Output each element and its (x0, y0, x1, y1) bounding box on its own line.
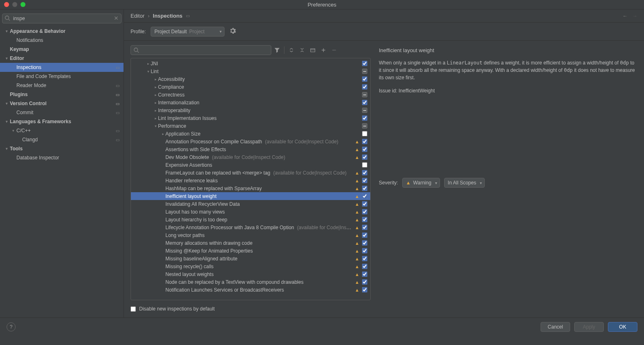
preferences-search[interactable] (2, 14, 121, 23)
sidebar-item[interactable]: Plugins▭ (0, 90, 124, 99)
inspection-row[interactable]: Inefficient layout weight▲ (131, 192, 370, 200)
inspection-checkbox[interactable] (362, 217, 367, 222)
inspection-row[interactable]: Nested layout weights▲ (131, 270, 370, 278)
inspection-checkbox[interactable] (362, 131, 367, 136)
cancel-button[interactable]: Cancel (541, 322, 570, 332)
help-button[interactable]: ? (7, 322, 16, 331)
inspection-row[interactable]: Notification Launches Services or Broadc… (131, 286, 370, 294)
inspection-row[interactable]: Dev Mode Obsolete (available for Code|In… (131, 153, 370, 161)
inspection-checkbox[interactable] (362, 248, 367, 253)
inspection-checkbox[interactable] (362, 61, 367, 66)
sidebar-item[interactable]: Reader Mode▭ (0, 81, 124, 90)
inspection-checkbox[interactable] (362, 271, 367, 277)
sidebar-item[interactable]: ▾Editor (0, 54, 124, 63)
inspection-checkbox[interactable] (362, 201, 367, 207)
inspection-row[interactable]: Layout has too many views▲ (131, 208, 370, 216)
inspection-row[interactable]: ▸Compliance (131, 83, 370, 91)
inspection-checkbox[interactable] (362, 287, 367, 292)
inspection-checkbox[interactable] (362, 209, 367, 214)
collapse-all-icon[interactable] (297, 45, 307, 55)
inspection-row[interactable]: Missing recycle() calls▲ (131, 262, 370, 270)
inspection-checkbox[interactable] (362, 186, 367, 191)
inspection-search[interactable] (131, 45, 271, 55)
inspection-row[interactable]: ▸JNI (131, 60, 370, 67)
sidebar-item[interactable]: ▾Appearance & Behavior (0, 27, 124, 36)
inspection-checkbox[interactable] (362, 240, 367, 246)
inspection-row[interactable]: Expensive Assertions (131, 161, 370, 169)
inspection-checkbox[interactable] (362, 225, 367, 230)
sidebar-item[interactable]: Keymap (0, 45, 124, 54)
inspection-row[interactable]: Handler reference leaks▲ (131, 177, 370, 184)
inspection-row[interactable]: HashMap can be replaced with SparseArray… (131, 184, 370, 192)
inspection-row[interactable]: Missing @Keep for Animated Properties▲ (131, 247, 370, 255)
gear-icon[interactable] (229, 28, 236, 35)
sidebar-item[interactable]: ▾Languages & Frameworks (0, 117, 124, 126)
preferences-tree[interactable]: ▾Appearance & BehaviorNotificationsKeyma… (0, 23, 124, 317)
maximize-window-button[interactable] (21, 2, 25, 7)
sidebar-item[interactable]: File and Code Templates (0, 72, 124, 81)
inspection-search-input[interactable] (131, 46, 271, 55)
sidebar-item[interactable]: ▾Tools (0, 144, 124, 153)
inspection-checkbox[interactable] (362, 108, 367, 113)
inspection-checkbox[interactable] (362, 154, 367, 160)
inspection-row[interactable]: Assertions with Side Effects▲ (131, 145, 370, 153)
inspection-row[interactable]: Memory allocations within drawing code▲ (131, 239, 370, 247)
inspection-checkbox[interactable] (362, 178, 367, 183)
inspection-row[interactable]: Invalidating All RecyclerView Data▲ (131, 200, 370, 208)
breadcrumb-parent[interactable]: Editor (131, 13, 144, 19)
filter-icon[interactable] (272, 45, 282, 55)
remove-icon[interactable] (329, 45, 339, 55)
inspection-row[interactable]: ▸Correctness (131, 91, 370, 99)
inspection-row[interactable]: Lifecycle Annotation Processor with Java… (131, 223, 370, 231)
inspection-row[interactable]: ▸Accessibility (131, 75, 370, 83)
inspection-checkbox[interactable] (362, 92, 367, 97)
ok-button[interactable]: OK (608, 322, 637, 332)
sidebar-item[interactable]: Inspections▭ (0, 63, 124, 72)
inspection-row[interactable]: FrameLayout can be replaced with <merge>… (131, 169, 370, 177)
severity-select[interactable]: ▲ Warning (402, 178, 440, 188)
inspection-checkbox[interactable] (362, 76, 367, 82)
inspection-row[interactable]: ▸Interoperability (131, 106, 370, 114)
profile-select[interactable]: Project Default Project (151, 27, 225, 37)
inspection-row[interactable]: ▸Internationalization (131, 99, 370, 106)
inspection-checkbox[interactable] (362, 232, 367, 238)
reset-icon[interactable] (308, 45, 318, 55)
inspection-checkbox[interactable] (362, 69, 367, 74)
inspection-row[interactable]: ▸Lint Implementation Issues (131, 114, 370, 122)
inspection-checkbox[interactable] (362, 123, 367, 129)
close-window-button[interactable] (4, 2, 9, 7)
inspection-checkbox[interactable] (362, 115, 367, 121)
inspection-checkbox[interactable] (362, 256, 367, 261)
inspection-row[interactable]: Long vector paths▲ (131, 231, 370, 239)
add-icon[interactable] (319, 45, 328, 55)
sidebar-item[interactable]: Clangd▭ (0, 135, 124, 144)
inspection-checkbox[interactable] (362, 170, 367, 175)
inspection-checkbox[interactable] (362, 100, 367, 105)
inspection-row[interactable]: ▾Performance (131, 122, 370, 130)
inspection-checkbox[interactable] (362, 193, 367, 199)
disable-new-inspections-checkbox[interactable] (131, 306, 136, 312)
clear-search-icon[interactable] (113, 15, 119, 22)
inspection-row[interactable]: Annotation Processor on Compile Classpat… (131, 138, 370, 145)
apply-button[interactable]: Apply (574, 322, 604, 332)
scope-select[interactable]: In All Scopes (444, 178, 485, 188)
inspection-row[interactable]: Layout hierarchy is too deep▲ (131, 216, 370, 223)
inspection-checkbox[interactable] (362, 147, 367, 152)
minimize-window-button[interactable] (12, 2, 17, 7)
nav-back-icon[interactable]: ← (623, 13, 628, 19)
sidebar-item[interactable]: Notifications (0, 36, 124, 45)
inspection-row[interactable]: ▸Application Size (131, 130, 370, 138)
expand-all-icon[interactable] (286, 45, 296, 55)
inspection-row[interactable]: Missing baselineAligned attribute▲ (131, 255, 370, 262)
sidebar-item[interactable]: Database Inspector (0, 153, 124, 162)
inspection-row[interactable]: Node can be replaced by a TextView with … (131, 278, 370, 286)
inspection-checkbox[interactable] (362, 139, 367, 144)
sidebar-item[interactable]: Commit▭ (0, 108, 124, 117)
inspection-checkbox[interactable] (362, 279, 367, 285)
preferences-search-input[interactable] (2, 14, 121, 23)
inspection-checkbox[interactable] (362, 264, 367, 269)
inspection-row[interactable]: ▾Lint (131, 67, 370, 75)
sidebar-item[interactable]: ▾C/C++▭ (0, 126, 124, 135)
inspection-tree[interactable]: ▾Android▸JNI▾Lint▸Accessibility▸Complian… (131, 58, 370, 300)
inspection-checkbox[interactable] (362, 84, 367, 90)
